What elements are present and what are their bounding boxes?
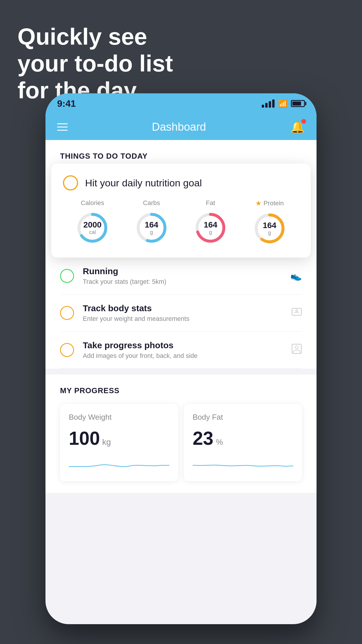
macro-carbs: Carbs 164 g <box>134 199 169 245</box>
header-title: Dashboard <box>152 121 206 133</box>
body-weight-title: Body Weight <box>69 413 169 422</box>
body-weight-unit: kg <box>102 438 111 447</box>
body-weight-card[interactable]: Body Weight 100 kg <box>60 404 178 481</box>
todo-item-running[interactable]: Running Track your stats (target: 5km) 👟 <box>60 258 302 295</box>
todo-sub-body-stats: Enter your weight and measurements <box>83 315 283 323</box>
todo-sub-running: Track your stats (target: 5km) <box>83 278 282 286</box>
nutrition-macros: Calories 2000 cal Carbs <box>63 199 299 246</box>
macro-calories: Calories 2000 cal <box>75 199 110 245</box>
todo-item-body-stats[interactable]: Track body stats Enter your weight and m… <box>60 295 302 332</box>
body-fat-unit: % <box>216 438 223 447</box>
macro-calories-label: Calories <box>81 199 104 207</box>
star-icon: ★ <box>255 199 262 207</box>
macro-protein-label: ★ Protein <box>255 199 284 207</box>
todo-circle-running <box>60 269 74 283</box>
headline-line1: Quickly see <box>17 23 173 50</box>
person-icon <box>291 344 302 356</box>
fat-donut: 164 g <box>193 210 228 245</box>
body-fat-sparkline <box>193 455 293 473</box>
nutrition-card-header: Hit your daily nutrition goal <box>63 175 299 190</box>
headline: Quickly see your to-do list for the day. <box>17 23 173 104</box>
todo-text-body-stats: Track body stats Enter your weight and m… <box>83 303 283 323</box>
svg-point-9 <box>296 310 298 312</box>
todo-text-photos: Take progress photos Add images of your … <box>83 340 283 360</box>
nutrition-check-circle <box>63 175 78 190</box>
todo-list: Running Track your stats (target: 5km) 👟… <box>45 258 317 369</box>
macro-protein: ★ Protein 164 g <box>252 199 287 246</box>
protein-donut: 164 g <box>252 211 287 246</box>
notification-button[interactable]: 🔔 <box>290 120 305 134</box>
nutrition-card-title: Hit your daily nutrition goal <box>85 177 202 189</box>
scale-icon <box>291 307 302 319</box>
phone-frame: 9:41 📶 Dashboard 🔔 THINGS T <box>45 93 317 624</box>
things-today-title: THINGS TO DO TODAY <box>60 152 302 161</box>
notification-badge <box>301 119 306 124</box>
body-fat-title: Body Fat <box>193 413 293 422</box>
macro-carbs-label: Carbs <box>143 199 160 207</box>
running-icon: 👟 <box>290 270 302 281</box>
headline-line2: your to-do list <box>17 50 173 77</box>
svg-point-11 <box>295 346 298 349</box>
app-header: Dashboard 🔔 <box>45 114 317 140</box>
carbs-value: 164 g <box>145 220 158 235</box>
macro-fat: Fat 164 g <box>193 199 228 245</box>
calories-donut: 2000 cal <box>75 210 110 245</box>
todo-name-body-stats: Track body stats <box>83 303 283 313</box>
todo-name-photos: Take progress photos <box>83 340 283 350</box>
todo-circle-photos <box>60 343 74 357</box>
content-area: THINGS TO DO TODAY Hit your daily nutrit… <box>45 140 317 258</box>
signal-bars-icon <box>262 99 275 108</box>
todo-text-running: Running Track your stats (target: 5km) <box>83 266 282 286</box>
status-bar: 9:41 📶 <box>45 93 317 114</box>
todo-circle-body-stats <box>60 306 74 320</box>
status-time: 9:41 <box>57 98 76 109</box>
body-fat-value: 23 % <box>193 428 293 449</box>
status-icons: 📶 <box>262 99 305 108</box>
calories-value: 2000 cal <box>83 220 101 235</box>
progress-section-title: MY PROGRESS <box>60 386 302 395</box>
macro-fat-label: Fat <box>206 199 215 207</box>
fat-value: 164 g <box>204 220 217 235</box>
wifi-icon: 📶 <box>278 99 287 108</box>
body-weight-sparkline <box>69 455 169 473</box>
protein-value: 164 g <box>263 221 276 236</box>
todo-item-photos[interactable]: Take progress photos Add images of your … <box>60 332 302 369</box>
hamburger-menu-button[interactable] <box>57 123 68 131</box>
progress-section: MY PROGRESS Body Weight 100 kg Body Fat … <box>45 374 317 493</box>
body-weight-value: 100 kg <box>69 428 169 449</box>
todo-name-running: Running <box>83 266 282 276</box>
todo-sub-photos: Add images of your front, back, and side <box>83 352 283 360</box>
battery-icon <box>291 100 305 107</box>
carbs-donut: 164 g <box>134 210 169 245</box>
nutrition-card[interactable]: Hit your daily nutrition goal Calories 2… <box>51 164 311 258</box>
body-fat-card[interactable]: Body Fat 23 % <box>184 404 302 481</box>
progress-cards: Body Weight 100 kg Body Fat 23 % <box>60 404 302 481</box>
